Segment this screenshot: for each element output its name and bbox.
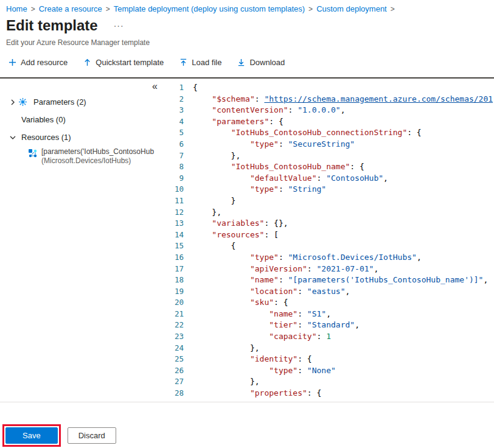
line-number: 9	[167, 173, 193, 184]
code-text: {	[193, 240, 494, 252]
code-line[interactable]: 26 "type": "None"	[167, 365, 494, 377]
template-outline-panel: « Parameters (2) Variables (0) Resources…	[0, 79, 167, 401]
code-line[interactable]: 25 "identity": {	[167, 354, 494, 365]
code-text: "tier": "Standard",	[193, 320, 494, 331]
parameters-icon	[18, 97, 27, 107]
code-text: "IotHubs_ContosoHub_name": {	[193, 161, 494, 173]
code-line[interactable]: 2 "$schema": "https://schema.management.…	[167, 94, 494, 105]
plus-icon	[9, 58, 16, 66]
code-line[interactable]: 17 "apiVersion": "2021-07-01",	[167, 264, 494, 275]
code-line[interactable]: 10 "type": "String"	[167, 184, 494, 195]
load-file-button[interactable]: Load file	[179, 58, 221, 67]
add-resource-label: Add resource	[21, 58, 68, 67]
context-menu-icon[interactable]: ···	[114, 21, 124, 30]
line-number: 20	[167, 297, 193, 309]
footer-actions: Save Discard	[2, 424, 116, 447]
code-line[interactable]: 22 "tier": "Standard",	[167, 320, 494, 331]
footer-divider	[0, 402, 494, 402]
quickstart-template-label: Quickstart template	[96, 58, 164, 67]
code-line[interactable]: 12 },	[167, 207, 494, 219]
code-line[interactable]: 9 "defaultValue": "ContosoHub",	[167, 173, 494, 184]
code-text: "defaultValue": "ContosoHub",	[193, 173, 494, 184]
line-number: 16	[167, 252, 193, 264]
code-line[interactable]: 8 "IotHubs_ContosoHub_name": {	[167, 161, 494, 173]
tree-item-resources[interactable]: Resources (1)	[0, 128, 167, 146]
code-line[interactable]: 19 "location": "eastus",	[167, 286, 494, 298]
code-text: "name": "[parameters('IotHubs_ContosoHub…	[193, 275, 494, 286]
breadcrumb: Home>Create a resource>Template deployme…	[0, 0, 494, 13]
code-text: "variables": {},	[193, 218, 494, 229]
code-text: "location": "eastus",	[193, 286, 494, 298]
line-number: 21	[167, 309, 193, 320]
code-line[interactable]: 24 },	[167, 343, 494, 354]
tree-item-iothub-resource[interactable]: [parameters('IotHubs_ContosoHub (Microso…	[0, 147, 167, 166]
code-line[interactable]: 11 }	[167, 195, 494, 207]
code-line[interactable]: 7 },	[167, 150, 494, 162]
line-number: 10	[167, 184, 193, 195]
code-line[interactable]: 16 "type": "Microsoft.Devices/IotHubs",	[167, 252, 494, 264]
line-number: 3	[167, 105, 193, 116]
breadcrumb-template-deployment[interactable]: Template deployment (deploy using custom…	[114, 4, 305, 13]
save-button[interactable]: Save	[5, 427, 58, 444]
line-number: 18	[167, 275, 193, 286]
page-subtitle: Edit your Azure Resource Manager templat…	[0, 34, 494, 47]
json-code-editor[interactable]: 1{2 "$schema": "https://schema.managemen…	[167, 79, 494, 401]
breadcrumb-create-a-resource[interactable]: Create a resource	[39, 4, 102, 13]
quickstart-template-button[interactable]: Quickstart template	[83, 58, 164, 67]
code-text: "resources": [	[193, 229, 494, 241]
line-number: 1	[167, 82, 193, 94]
code-line[interactable]: 20 "sku": {	[167, 297, 494, 309]
code-line[interactable]: 18 "name": "[parameters('IotHubs_Contoso…	[167, 275, 494, 286]
resource-name: [parameters('IotHubs_ContosoHub	[41, 147, 163, 156]
line-number: 2	[167, 94, 193, 105]
code-line[interactable]: 14 "resources": [	[167, 229, 494, 241]
tree-item-variables[interactable]: Variables (0)	[0, 111, 167, 128]
line-number: 23	[167, 331, 193, 343]
code-line[interactable]: 23 "capacity": 1	[167, 331, 494, 343]
code-line[interactable]: 5 "IotHubs_ContosoHub_connectionString":…	[167, 127, 494, 139]
download-button[interactable]: Download	[237, 58, 285, 67]
tree-item-parameters[interactable]: Parameters (2)	[0, 93, 167, 111]
breadcrumb-home[interactable]: Home	[6, 4, 27, 13]
code-line[interactable]: 1{	[167, 82, 494, 94]
code-line[interactable]: 27 },	[167, 376, 494, 388]
breadcrumb-separator: >	[106, 5, 110, 13]
code-line[interactable]: 3 "contentVersion": "1.0.0.0",	[167, 105, 494, 116]
tree-item-label: Variables (0)	[21, 115, 66, 124]
collapse-panel-icon[interactable]: «	[152, 81, 158, 92]
code-lines: 1{2 "$schema": "https://schema.managemen…	[167, 82, 494, 399]
code-text: }	[193, 195, 494, 207]
template-editor-region: « Parameters (2) Variables (0) Resources…	[0, 77, 494, 401]
breadcrumb-custom-deployment[interactable]: Custom deployment	[316, 4, 387, 13]
load-file-label: Load file	[192, 58, 221, 67]
code-line[interactable]: 4 "parameters": {	[167, 116, 494, 128]
tree-item-label: Resources (1)	[21, 133, 71, 142]
chevron-right-icon[interactable]	[10, 99, 18, 105]
upload-icon	[179, 58, 187, 66]
discard-button[interactable]: Discard	[68, 427, 116, 444]
line-number: 11	[167, 195, 193, 207]
chevron-down-icon[interactable]	[10, 135, 18, 141]
code-line[interactable]: 6 "type": "SecureString"	[167, 139, 494, 150]
code-text: "type": "SecureString"	[193, 139, 494, 150]
line-number: 17	[167, 264, 193, 275]
tree-item-label: Parameters (2)	[33, 97, 86, 107]
add-resource-button[interactable]: Add resource	[9, 58, 68, 67]
page-title: Edit template	[6, 17, 98, 34]
code-text: "sku": {	[193, 297, 494, 309]
code-text: "IotHubs_ContosoHub_connectionString": {	[193, 127, 494, 139]
line-number: 27	[167, 376, 193, 388]
resource-label: [parameters('IotHubs_ContosoHub (Microso…	[41, 147, 163, 166]
code-line[interactable]: 28 "properties": {	[167, 388, 494, 399]
schema-url-link[interactable]: "https://schema.management.azure.com/sch…	[264, 94, 493, 103]
code-text: },	[193, 207, 494, 219]
line-number: 14	[167, 229, 193, 241]
resource-type: (Microsoft.Devices/IotHubs)	[41, 156, 163, 166]
line-number: 19	[167, 286, 193, 298]
code-line[interactable]: 13 "variables": {},	[167, 218, 494, 229]
code-text: "type": "String"	[193, 184, 494, 195]
line-number: 26	[167, 365, 193, 377]
code-line[interactable]: 15 {	[167, 240, 494, 252]
code-text: },	[193, 343, 494, 354]
code-line[interactable]: 21 "name": "S1",	[167, 309, 494, 320]
